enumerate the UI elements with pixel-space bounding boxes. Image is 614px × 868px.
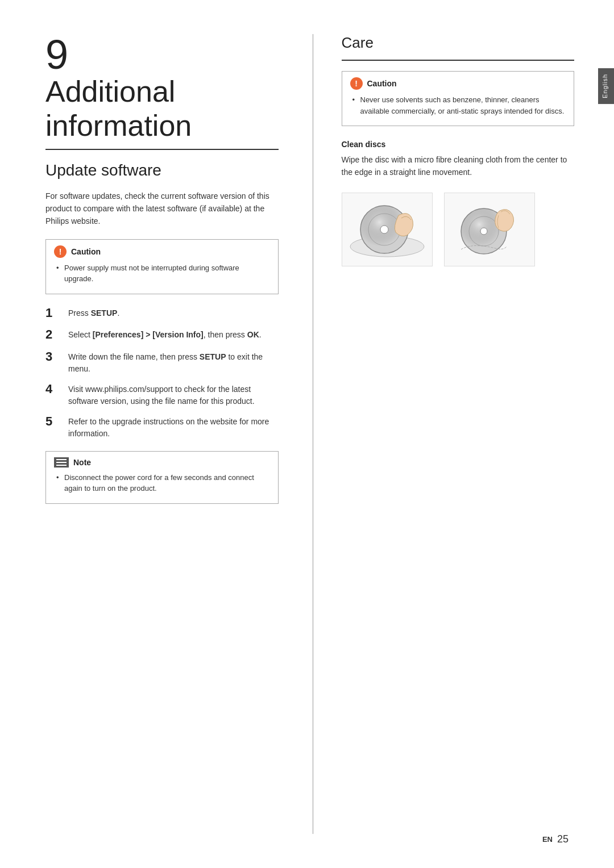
disc-image-2	[444, 193, 535, 266]
steps-list: 1 Press SETUP. 2 Select [Preferences] > …	[45, 306, 279, 440]
chapter-title: Additional information	[45, 75, 279, 143]
page-en-label: EN	[542, 835, 553, 844]
step-1: 1 Press SETUP.	[45, 306, 279, 320]
caution-text-care: Never use solvents such as benzene, thin…	[352, 94, 566, 116]
caution-label-care: Caution	[367, 79, 397, 88]
svg-point-8	[480, 228, 487, 235]
note-box: Note Disconnect the power cord for a few…	[45, 451, 279, 504]
caution-icon-care: !	[350, 77, 363, 90]
disc-images-row	[342, 193, 575, 266]
language-tab: English	[598, 68, 614, 104]
note-icon	[54, 457, 69, 468]
step-4: 4 Visit www.philips.com/support to check…	[45, 382, 279, 407]
left-column: 9 Additional information Update software…	[45, 34, 313, 834]
caution-box-care: ! Caution Never use solvents such as ben…	[342, 71, 575, 126]
clean-discs-heading: Clean discs	[342, 140, 575, 149]
caution-label: Caution	[71, 247, 101, 256]
care-heading: Care	[342, 34, 575, 52]
caution-box-software: ! Caution Power supply must not be inter…	[45, 239, 279, 294]
svg-point-4	[380, 226, 388, 233]
chapter-divider	[45, 149, 279, 150]
care-divider	[342, 60, 575, 61]
page-footer: EN 25	[542, 833, 569, 845]
caution-icon: !	[54, 245, 67, 258]
step-5: 5 Refer to the upgrade instructions on t…	[45, 414, 279, 440]
right-column: Care ! Caution Never use solvents such a…	[313, 34, 575, 834]
step-2: 2 Select [Preferences] > [Version Info],…	[45, 327, 279, 342]
disc-image-1	[342, 193, 433, 266]
page-number: 25	[557, 833, 569, 845]
caution-text: Power supply must not be interrupted dur…	[56, 262, 270, 285]
note-label: Note	[73, 458, 91, 467]
note-text: Disconnect the power cord for a few seco…	[56, 472, 270, 494]
chapter-number: 9	[45, 34, 279, 75]
update-software-intro: For software updates, check the current …	[45, 190, 279, 228]
step-3: 3 Write down the file name, then press S…	[45, 349, 279, 375]
update-software-heading: Update software	[45, 161, 279, 180]
clean-discs-text: Wipe the disc with a micro fibre cleanin…	[342, 153, 575, 179]
